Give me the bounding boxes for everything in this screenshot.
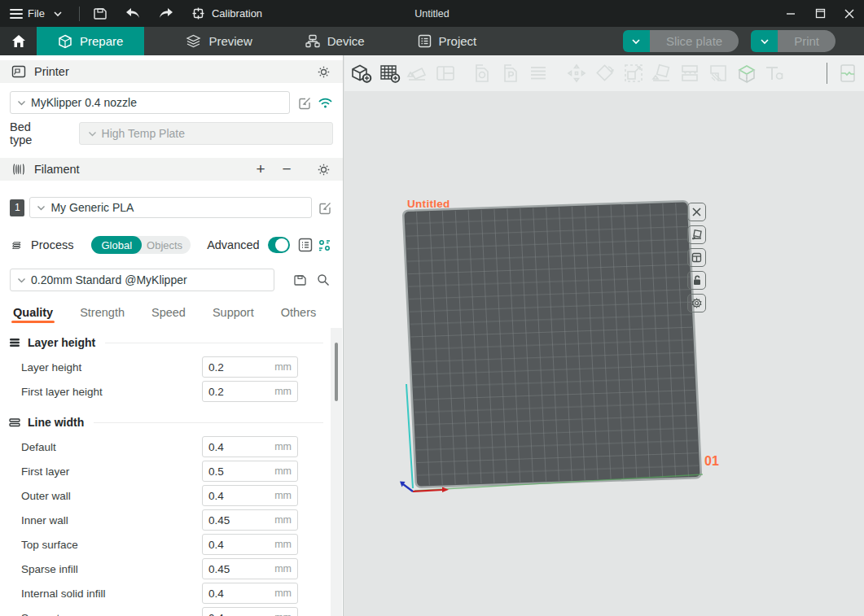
- param-input[interactable]: 0.2mm: [202, 356, 298, 378]
- param-unit: mm: [274, 386, 292, 397]
- file-menu[interactable]: File: [10, 6, 66, 22]
- build-scene[interactable]: Untitled 01: [344, 91, 864, 616]
- tab-preview[interactable]: Preview: [164, 27, 273, 55]
- home-icon: [11, 34, 26, 48]
- tab-speed[interactable]: Speed: [151, 300, 186, 324]
- param-input[interactable]: 0.45mm: [202, 558, 298, 579]
- save-icon[interactable]: [93, 6, 109, 22]
- edit-filament-icon[interactable]: [318, 199, 333, 216]
- plate-layout-button[interactable]: [687, 248, 706, 267]
- printer-connection-wifi-icon[interactable]: [318, 94, 333, 111]
- param-label: Layer height: [21, 361, 81, 374]
- slice-dropdown-button[interactable]: [623, 30, 650, 52]
- param-input[interactable]: 0.4mm: [202, 436, 298, 457]
- filament-slot-badge[interactable]: 1: [10, 199, 24, 216]
- assembly-view-button[interactable]: [835, 59, 860, 87]
- calibration-button[interactable]: Calibration: [191, 6, 262, 22]
- delete-plate-button[interactable]: [687, 203, 706, 221]
- printer-preset-select[interactable]: MyKlipper 0.4 nozzle: [10, 91, 290, 114]
- move-tool-button[interactable]: [564, 59, 589, 87]
- scope-global-button[interactable]: Global: [91, 236, 142, 254]
- variable-layer-height-button[interactable]: [706, 59, 730, 87]
- param-row: Layer height 0.2mm: [0, 355, 331, 379]
- filament-preset-select[interactable]: My Generic PLA: [29, 197, 311, 218]
- add-filament-button[interactable]: +: [252, 160, 270, 178]
- param-label: Top surface: [21, 539, 78, 551]
- print-button[interactable]: Print: [778, 30, 835, 52]
- param-unit: mm: [274, 588, 292, 599]
- filament-settings-gear-icon[interactable]: [315, 161, 331, 177]
- assembly-list-button[interactable]: [527, 59, 551, 87]
- plate-name-label[interactable]: Untitled: [407, 198, 450, 210]
- tab-strength[interactable]: Strength: [80, 300, 125, 324]
- redo-icon[interactable]: [158, 6, 174, 22]
- rotate-tool-button[interactable]: [593, 59, 617, 87]
- param-value: 0.5: [208, 465, 274, 478]
- param-unit: mm: [274, 465, 292, 477]
- tab-others[interactable]: Others: [281, 300, 317, 324]
- filament-header-label: Filament: [34, 163, 80, 176]
- cut-tool-button[interactable]: [678, 59, 702, 87]
- add-plate-button[interactable]: [377, 59, 401, 87]
- param-input[interactable]: 0.4mm: [202, 583, 298, 604]
- calibration-label: Calibration: [212, 7, 262, 20]
- param-input[interactable]: 0.5mm: [202, 461, 298, 482]
- filament-icon: [11, 163, 26, 176]
- bed-type-select[interactable]: High Temp Plate: [79, 122, 333, 145]
- print-dropdown-button[interactable]: [751, 30, 778, 52]
- split-to-objects-button[interactable]: [433, 59, 458, 87]
- save-preset-icon[interactable]: [292, 272, 309, 288]
- lock-plate-button[interactable]: [687, 271, 706, 290]
- remove-filament-button[interactable]: −: [278, 160, 296, 178]
- maximize-button[interactable]: [805, 0, 835, 27]
- param-value: 0.45: [208, 514, 274, 526]
- scrollbar-thumb[interactable]: [335, 343, 338, 401]
- tab-project[interactable]: Project: [397, 27, 498, 55]
- lay-on-face-button[interactable]: [650, 59, 674, 87]
- auto-orient-button[interactable]: [406, 59, 430, 87]
- scale-tool-button[interactable]: [621, 59, 646, 87]
- text-tool-button[interactable]: [763, 59, 787, 87]
- plate-settings-button[interactable]: [687, 294, 706, 312]
- home-button[interactable]: [0, 27, 37, 55]
- process-row: Process Global Objects Advanced: [0, 236, 343, 254]
- copy-button[interactable]: [470, 59, 494, 87]
- printer-preset-row: MyKlipper 0.4 nozzle: [0, 91, 343, 114]
- param-label: Support: [21, 612, 59, 616]
- slice-plate-button[interactable]: Slice plate: [650, 30, 739, 52]
- secondary-axis-arrow: [403, 484, 413, 491]
- param-unit: mm: [274, 441, 292, 452]
- param-input[interactable]: 0.45mm: [202, 509, 298, 531]
- search-preset-icon[interactable]: [315, 272, 331, 288]
- minimize-button[interactable]: [776, 0, 805, 27]
- advanced-toggle[interactable]: [268, 237, 290, 253]
- add-object-button[interactable]: [349, 59, 373, 87]
- build-plate[interactable]: [344, 91, 864, 616]
- edit-printer-icon[interactable]: [296, 94, 312, 111]
- undo-icon[interactable]: [125, 6, 142, 22]
- printer-settings-gear-icon[interactable]: [315, 63, 331, 80]
- filament-section-header: Filament + −: [0, 158, 343, 181]
- paste-button[interactable]: [498, 59, 523, 87]
- sidebar-scrollbar[interactable]: [331, 328, 342, 616]
- scope-objects-button[interactable]: Objects: [142, 239, 191, 251]
- tab-support[interactable]: Support: [213, 300, 254, 324]
- process-preset-select[interactable]: 0.20mm Standard @MyKlipper: [10, 269, 274, 291]
- param-label: First layer: [21, 465, 69, 478]
- tab-prepare[interactable]: Prepare: [37, 27, 144, 55]
- tab-quality[interactable]: Quality: [13, 300, 53, 324]
- compare-presets-icon[interactable]: [318, 237, 331, 253]
- mesh-boolean-button[interactable]: [735, 59, 759, 87]
- param-input[interactable]: 0.4mm: [202, 534, 298, 555]
- arrange-plate-button[interactable]: [687, 225, 706, 244]
- parameter-list-icon[interactable]: [298, 237, 313, 253]
- tab-device[interactable]: Device: [284, 27, 386, 55]
- param-input[interactable]: 0.4mm: [202, 485, 298, 506]
- process-preset-row: 0.20mm Standard @MyKlipper: [0, 269, 343, 291]
- close-button[interactable]: [835, 0, 864, 27]
- param-input[interactable]: 0.2mm: [202, 381, 298, 402]
- viewport-toolbar: [344, 55, 864, 91]
- bed-type-row: Bed type High Temp Plate: [0, 120, 343, 146]
- param-input[interactable]: 0.4mm: [202, 607, 298, 616]
- tab-preview-label: Preview: [208, 34, 252, 48]
